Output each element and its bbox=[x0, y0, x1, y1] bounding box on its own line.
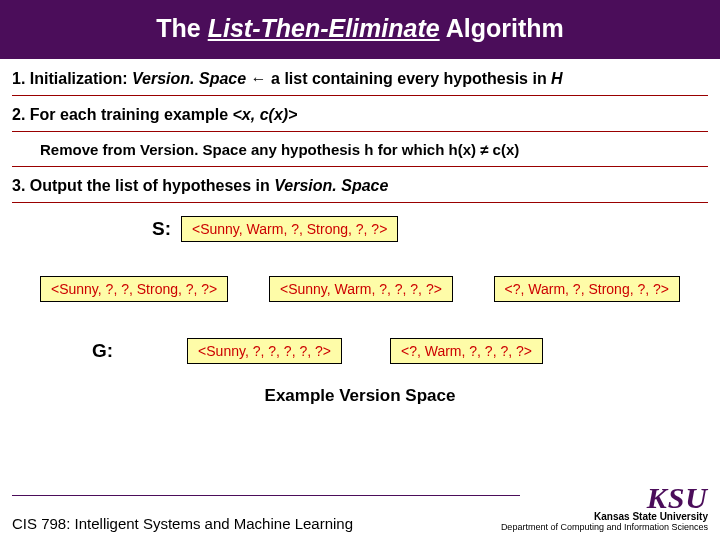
version-space-diagram: S: <Sunny, Warm, ?, Strong, ?, ?> <Sunny… bbox=[12, 210, 708, 406]
mid-box-1: <Sunny, Warm, ?, ?, ?, ?> bbox=[269, 276, 453, 302]
university-name: Kansas State University bbox=[501, 511, 708, 522]
department-name: Department of Computing and Information … bbox=[501, 522, 708, 532]
step3-label: 3. Output the list of hypotheses in bbox=[12, 177, 274, 194]
sub-hx: h(x) bbox=[448, 141, 476, 158]
step1-label: 1. Initialization: bbox=[12, 70, 132, 87]
g-row: G: <Sunny, ?, ?, ?, ?, ?> <?, Warm, ?, ?… bbox=[12, 302, 708, 364]
sub-vs: Version. Space bbox=[140, 141, 247, 158]
footer-right: KSU Kansas State University Department o… bbox=[501, 484, 708, 532]
sub-ne: ≠ bbox=[476, 141, 493, 158]
step-1: 1. Initialization: Version. Space ← a li… bbox=[12, 67, 708, 96]
step-2-sub: Remove from Version. Space any hypothesi… bbox=[12, 139, 708, 167]
g-box-1: <?, Warm, ?, ?, ?, ?> bbox=[390, 338, 543, 364]
slide-footer: CIS 798: Intelligent Systems and Machine… bbox=[0, 484, 720, 540]
s-box: <Sunny, Warm, ?, Strong, ?, ?> bbox=[181, 216, 398, 242]
sub-cx: c(x) bbox=[493, 141, 520, 158]
ksu-logo: KSU bbox=[501, 484, 708, 511]
g-box-0: <Sunny, ?, ?, ?, ?, ?> bbox=[187, 338, 342, 364]
g-label: G: bbox=[92, 340, 113, 362]
step1-rest: a list containing every hypothesis in bbox=[271, 70, 551, 87]
slide-title: The List-Then-Eliminate Algorithm bbox=[0, 0, 720, 59]
title-mid: List-Then-Eliminate bbox=[208, 14, 440, 42]
step1-vs: Version. Space bbox=[132, 70, 246, 87]
step2-ex: <x, c(x)> bbox=[233, 106, 298, 123]
step3-vs: Version. Space bbox=[274, 177, 388, 194]
title-pre: The bbox=[156, 14, 207, 42]
step1-h: H bbox=[551, 70, 563, 87]
diagram-caption: Example Version Space bbox=[12, 364, 708, 406]
sub-a: Remove from bbox=[40, 141, 140, 158]
sub-b: any hypothesis bbox=[247, 141, 365, 158]
slide-body: 1. Initialization: Version. Space ← a li… bbox=[0, 59, 720, 406]
course-label: CIS 798: Intelligent Systems and Machine… bbox=[12, 509, 353, 532]
s-label: S: bbox=[152, 218, 171, 240]
sub-c: for which bbox=[373, 141, 448, 158]
mid-box-2: <?, Warm, ?, Strong, ?, ?> bbox=[494, 276, 680, 302]
step-2: 2. For each training example <x, c(x)> bbox=[12, 103, 708, 132]
s-row: S: <Sunny, Warm, ?, Strong, ?, ?> bbox=[12, 214, 708, 242]
step1-arrow: ← bbox=[246, 70, 271, 87]
mid-box-0: <Sunny, ?, ?, Strong, ?, ?> bbox=[40, 276, 228, 302]
step2-label: 2. For each training example bbox=[12, 106, 233, 123]
mid-row: <Sunny, ?, ?, Strong, ?, ?> <Sunny, Warm… bbox=[12, 242, 708, 302]
step-3: 3. Output the list of hypotheses in Vers… bbox=[12, 174, 708, 203]
title-post: Algorithm bbox=[440, 14, 564, 42]
